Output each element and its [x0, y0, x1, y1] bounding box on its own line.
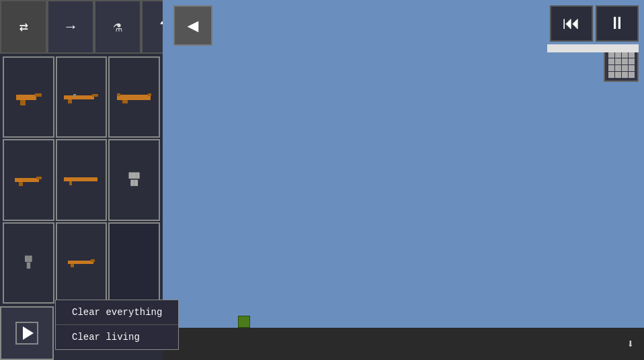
svg-rect-6 [73, 94, 76, 97]
weapon-submachine-icon [63, 173, 99, 187]
rewind-icon: ⏮ [563, 13, 580, 34]
weapon-small-icon: ███ [25, 256, 32, 269]
svg-rect-9 [117, 93, 120, 96]
grid-item-7[interactable]: ███ [3, 222, 54, 304]
toolbar: ⇄ → ⚗ ? [0, 0, 163, 54]
grid-icon [608, 52, 635, 78]
grid-item-9[interactable] [108, 222, 160, 304]
green-box-entity [238, 316, 250, 328]
svg-rect-17 [91, 259, 95, 262]
clear-everything-button[interactable]: Clear everything [56, 300, 178, 325]
svg-rect-12 [36, 177, 42, 179]
spawn-icon[interactable]: ⬇ [620, 333, 641, 355]
rewind-button[interactable]: ⏮ [550, 5, 593, 42]
arrow-icon: → [66, 19, 75, 36]
arrow-button[interactable]: → [47, 0, 94, 54]
grid-item-3[interactable] [108, 56, 160, 138]
svg-rect-13 [19, 182, 23, 186]
svg-rect-18 [71, 264, 74, 267]
weapon-smg-icon [13, 173, 43, 187]
clear-living-button[interactable]: Clear living [56, 325, 178, 349]
svg-rect-11 [15, 178, 39, 182]
svg-rect-2 [20, 100, 26, 105]
weapon-text-icon: █████ [129, 173, 140, 187]
top-right-controls: ⏮ ⏸ [547, 5, 639, 52]
item-grid: █████ ███ [0, 54, 163, 306]
grid-item-1[interactable] [3, 56, 54, 138]
grid-item-2[interactable] [56, 56, 108, 138]
context-menu: Clear everything Clear living [55, 300, 179, 350]
svg-rect-14 [64, 177, 97, 181]
weapon-small2-icon [67, 257, 96, 269]
pause-icon: ⏸ [608, 13, 626, 34]
svg-rect-8 [148, 93, 151, 96]
sidebar-bottom: Clear everything Clear living [0, 306, 163, 360]
potion-button[interactable]: ⚗ [94, 0, 141, 54]
back-button[interactable]: ◀ [173, 5, 212, 46]
svg-rect-0 [16, 95, 36, 100]
ground-bar: ⬇ [163, 328, 644, 360]
svg-rect-10 [122, 100, 128, 103]
weapon-shotgun-icon [116, 90, 153, 105]
exit-icon [15, 321, 39, 345]
exit-button[interactable] [0, 306, 54, 360]
speed-bar [547, 44, 639, 52]
weapon-rifle-icon [63, 90, 99, 105]
back-arrow-icon: ◀ [188, 14, 199, 37]
svg-rect-15 [69, 181, 72, 185]
svg-rect-16 [68, 261, 93, 264]
grid-item-6[interactable]: █████ [108, 139, 160, 220]
sidebar: ⇄ → ⚗ ? [0, 0, 163, 360]
svg-rect-5 [68, 99, 72, 103]
swap-button[interactable]: ⇄ [0, 0, 47, 54]
svg-rect-1 [35, 93, 42, 97]
grid-item-5[interactable] [56, 139, 108, 220]
svg-rect-4 [92, 94, 98, 97]
grid-item-4[interactable] [3, 139, 54, 220]
swap-icon: ⇄ [19, 18, 28, 36]
pause-button[interactable]: ⏸ [596, 5, 639, 42]
svg-rect-3 [64, 95, 94, 99]
potion-icon: ⚗ [113, 18, 122, 36]
svg-rect-7 [117, 95, 151, 100]
svg-marker-20 [23, 326, 34, 340]
grid-item-8[interactable] [56, 222, 108, 304]
weapon-pistol-icon [12, 88, 44, 107]
